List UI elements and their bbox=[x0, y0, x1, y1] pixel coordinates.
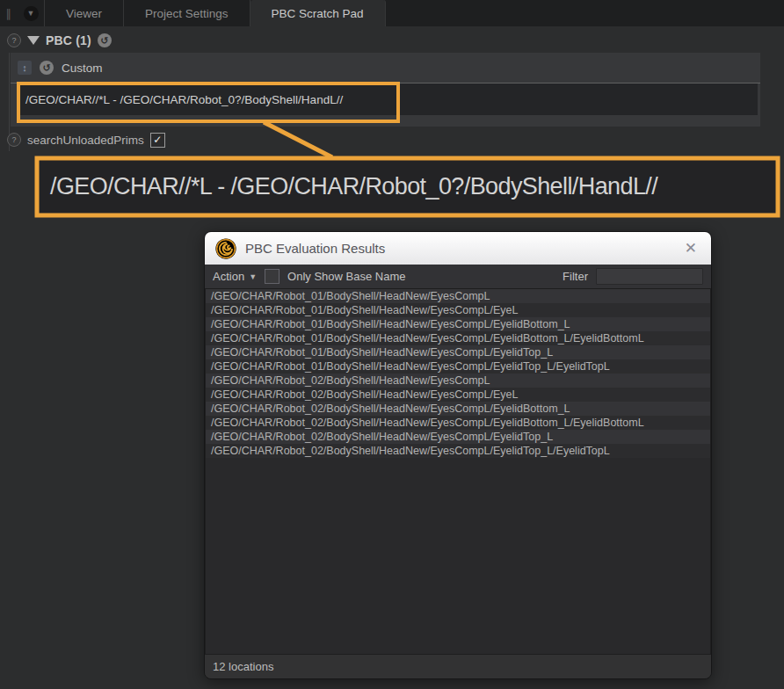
help-icon[interactable]: ? bbox=[7, 33, 21, 47]
custom-pattern-row: ↕ ↺ Custom bbox=[11, 53, 760, 83]
list-item[interactable]: /GEO/CHAR/Robot_01/BodyShell/HeadNew/Eye… bbox=[206, 345, 710, 359]
action-menu-label: Action bbox=[213, 270, 244, 283]
row-revert-icon[interactable]: ↺ bbox=[40, 61, 54, 75]
action-menu-button[interactable]: Action ▼ bbox=[213, 270, 257, 283]
scratch-pad-text-zoom[interactable]: /GEO/CHAR//*L - /GEO/CHAR/Robot_0?/BodyS… bbox=[40, 160, 777, 213]
list-item[interactable]: /GEO/CHAR/Robot_01/BodyShell/HeadNew/Eye… bbox=[206, 303, 710, 317]
help-icon[interactable]: ? bbox=[7, 133, 21, 147]
list-item[interactable]: /GEO/CHAR/Robot_01/BodyShell/HeadNew/Eye… bbox=[206, 359, 710, 374]
tab-pbc-scratch-pad[interactable]: PBC Scratch Pad bbox=[250, 0, 386, 26]
pbc-header: ? PBC (1) ↺ bbox=[7, 30, 112, 51]
dialog-status-bar: 12 locations bbox=[205, 654, 711, 678]
list-item[interactable]: /GEO/CHAR/Robot_02/BodyShell/HeadNew/Eye… bbox=[206, 444, 710, 458]
search-unloaded-prims-label: searchUnloadedPrims bbox=[27, 134, 144, 147]
locations-count: 12 locations bbox=[213, 660, 273, 673]
list-item[interactable]: /GEO/CHAR/Robot_02/BodyShell/HeadNew/Eye… bbox=[206, 388, 710, 402]
only-show-base-name-checkbox[interactable] bbox=[265, 269, 279, 284]
pane-menu-triangle-icon: ▼ bbox=[24, 6, 39, 21]
results-list[interactable]: /GEO/CHAR/Robot_01/BodyShell/HeadNew/Eye… bbox=[205, 289, 711, 654]
custom-row-label: Custom bbox=[62, 62, 103, 75]
tab-project-settings[interactable]: Project Settings bbox=[124, 0, 250, 26]
dialog-title: PBC Evaluation Results bbox=[245, 241, 672, 256]
list-item[interactable]: /GEO/CHAR/Robot_01/BodyShell/HeadNew/Eye… bbox=[206, 289, 710, 303]
annotation-connector-line bbox=[264, 122, 332, 157]
close-icon[interactable]: ✕ bbox=[681, 239, 701, 257]
pbc-section-title: PBC (1) bbox=[46, 33, 91, 47]
pattern-input[interactable]: /GEO/CHAR//*L - /GEO/CHAR/Robot_0?/BodyS… bbox=[19, 83, 758, 115]
dialog-toolbar: Action ▼ Only Show Base Name Filter bbox=[205, 265, 711, 289]
filter-label: Filter bbox=[563, 270, 588, 283]
pane-tab-bar: ∥ ▼ Viewer Project Settings PBC Scratch … bbox=[0, 0, 784, 26]
dialog-titlebar[interactable]: PBC Evaluation Results ✕ bbox=[205, 232, 711, 265]
list-item[interactable]: /GEO/CHAR/Robot_02/BodyShell/HeadNew/Eye… bbox=[206, 374, 710, 388]
pbc-evaluation-results-dialog: PBC Evaluation Results ✕ Action ▼ Only S… bbox=[204, 231, 712, 679]
only-show-base-name-label: Only Show Base Name bbox=[287, 270, 405, 283]
search-unloaded-prims-row: ? searchUnloadedPrims ✓ bbox=[7, 130, 165, 149]
list-item[interactable]: /GEO/CHAR/Robot_02/BodyShell/HeadNew/Eye… bbox=[206, 402, 710, 416]
collapse-triangle-icon[interactable] bbox=[27, 36, 40, 45]
houdini-logo-icon bbox=[215, 238, 236, 259]
list-item[interactable]: /GEO/CHAR/Robot_02/BodyShell/HeadNew/Eye… bbox=[206, 416, 710, 430]
list-item[interactable]: /GEO/CHAR/Robot_01/BodyShell/HeadNew/Eye… bbox=[206, 317, 710, 331]
list-item[interactable]: /GEO/CHAR/Robot_01/BodyShell/HeadNew/Eye… bbox=[206, 331, 710, 345]
pbc-parameter-panel: ↕ ↺ Custom /GEO/CHAR//*L - /GEO/CHAR/Rob… bbox=[11, 53, 760, 127]
tab-viewer[interactable]: Viewer bbox=[45, 0, 124, 26]
reorder-icon[interactable]: ↕ bbox=[18, 61, 32, 75]
search-unloaded-prims-checkbox[interactable]: ✓ bbox=[150, 133, 165, 148]
pane-drag-handle[interactable]: ∥ bbox=[0, 0, 18, 26]
list-item[interactable]: /GEO/CHAR/Robot_02/BodyShell/HeadNew/Eye… bbox=[206, 430, 710, 444]
chevron-down-icon: ▼ bbox=[249, 272, 257, 281]
pane-menu-button[interactable]: ▼ bbox=[18, 0, 45, 26]
revert-icon[interactable]: ↺ bbox=[98, 33, 112, 47]
pbc-scratch-pad-panel: ∥ ▼ Viewer Project Settings PBC Scratch … bbox=[0, 0, 784, 689]
filter-input[interactable] bbox=[596, 268, 703, 285]
